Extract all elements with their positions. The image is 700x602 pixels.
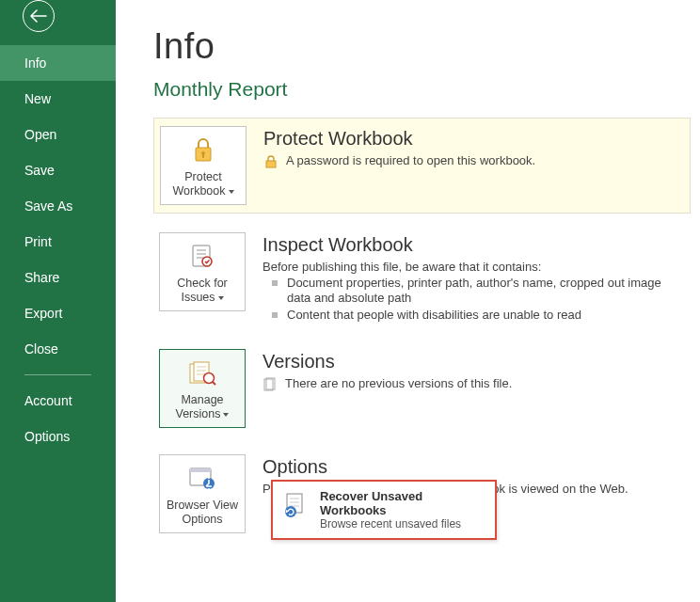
versions-section: Manage Versions Versions There are no pr… — [153, 341, 691, 436]
sidebar-item-open[interactable]: Open — [0, 117, 116, 152]
sidebar-item-save-as[interactable]: Save As — [0, 188, 116, 224]
lock-icon — [190, 135, 216, 166]
popup-subtitle: Browse recent unsaved files — [320, 517, 485, 531]
arrow-left-icon — [30, 9, 47, 23]
tile-label: Browser View Options — [167, 499, 238, 527]
page-title: Info — [153, 26, 691, 67]
sidebar-item-new[interactable]: New — [0, 81, 116, 117]
versions-desc: There are no previous versions of this f… — [285, 376, 512, 390]
svg-rect-3 — [266, 161, 276, 167]
sidebar-item-share[interactable]: Share — [0, 260, 116, 295]
tile-label: Protect Workbook — [172, 170, 233, 198]
popup-title: Recover Unsaved Workbooks — [320, 489, 485, 517]
document-name: Monthly Report — [153, 78, 691, 101]
protect-workbook-desc: A password is required to open this work… — [286, 153, 535, 167]
inspect-workbook-section: Check for Issues Inspect Workbook Before… — [153, 225, 691, 330]
sidebar-separator — [24, 374, 91, 375]
svg-rect-13 — [190, 468, 211, 472]
browser-view-title: Options — [262, 456, 683, 478]
sidebar-item-print[interactable]: Print — [0, 224, 116, 260]
svg-line-9 — [213, 382, 215, 385]
tile-label: Manage Versions — [176, 393, 230, 421]
versions-title: Versions — [262, 351, 683, 372]
versions-icon — [187, 357, 217, 389]
browser-view-options-button[interactable]: Browser View Options — [159, 454, 246, 533]
recover-icon — [282, 491, 310, 519]
check-for-issues-button[interactable]: Check for Issues — [159, 232, 246, 311]
main-content: Info Monthly Report Protect Workbook — [116, 0, 700, 602]
svg-rect-2 — [202, 154, 204, 158]
inspect-icon — [188, 241, 216, 273]
protect-workbook-title: Protect Workbook — [263, 128, 682, 150]
lock-small-icon — [263, 154, 278, 169]
svg-rect-11 — [266, 378, 275, 389]
svg-point-8 — [204, 373, 215, 384]
sidebar-item-export[interactable]: Export — [0, 295, 116, 331]
sidebar-item-close[interactable]: Close — [0, 331, 116, 367]
sidebar-item-info[interactable]: Info — [0, 45, 116, 81]
sidebar-item-options[interactable]: Options — [0, 419, 116, 454]
document-small-icon — [262, 377, 278, 392]
back-button[interactable] — [23, 0, 55, 32]
inspect-workbook-desc: Before publishing this file, be aware th… — [262, 260, 683, 274]
browser-view-icon — [187, 463, 217, 495]
sidebar-item-save[interactable]: Save — [0, 152, 116, 188]
sidebar-item-account[interactable]: Account — [0, 383, 116, 419]
svg-rect-10 — [264, 379, 273, 390]
tile-label: Check for Issues — [177, 277, 228, 305]
inspect-bullet: Content that people with disabilities ar… — [272, 308, 683, 323]
inspect-bullet: Document properties, printer path, autho… — [272, 276, 683, 306]
manage-versions-button[interactable]: Manage Versions — [159, 349, 246, 428]
inspect-workbook-title: Inspect Workbook — [262, 234, 683, 256]
backstage-sidebar: Info New Open Save Save As Print Share E… — [0, 0, 116, 602]
protect-workbook-button[interactable]: Protect Workbook — [160, 126, 247, 205]
protect-workbook-section: Protect Workbook Protect Workbook A pass… — [153, 118, 691, 214]
recover-unsaved-workbooks-menu-item[interactable]: Recover Unsaved Workbooks Browse recent … — [271, 480, 497, 540]
